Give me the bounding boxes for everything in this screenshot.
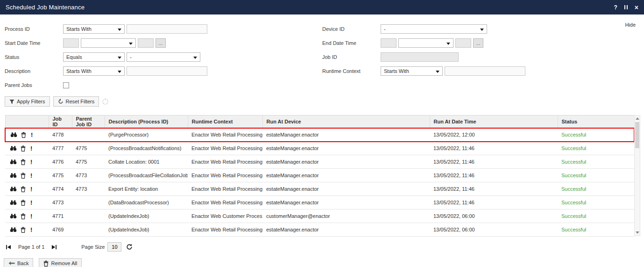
trash-icon — [43, 260, 49, 267]
delete-job-icon[interactable] — [19, 213, 27, 219]
error-log-icon[interactable]: ! — [28, 172, 34, 179]
parent-jobs-checkbox[interactable] — [63, 82, 69, 88]
refresh-button[interactable] — [126, 244, 133, 250]
job-id-input[interactable] — [381, 52, 459, 62]
help-icon[interactable]: ? — [614, 5, 617, 10]
error-log-icon[interactable]: ! — [28, 199, 34, 206]
reset-icon — [58, 99, 64, 104]
cell-run-at-date-time: 13/05/2022, 11:46 — [430, 142, 558, 155]
end-time-input[interactable] — [455, 38, 471, 48]
page-size-input[interactable] — [107, 242, 121, 252]
runtime-context-input[interactable] — [445, 66, 525, 76]
end-date-zone-select[interactable] — [398, 38, 453, 48]
col-status[interactable]: Status — [558, 115, 634, 128]
table-row[interactable]: ! 4774 4773 Export Entity: location Enac… — [5, 182, 634, 196]
cell-parent-job-id: 4775 — [72, 142, 105, 155]
chevron-down-icon — [118, 57, 121, 59]
first-page-button[interactable] — [6, 245, 12, 250]
view-job-icon[interactable] — [9, 145, 17, 151]
col-run-at-device[interactable]: Run At Device — [262, 115, 430, 128]
delete-job-icon[interactable] — [19, 132, 28, 138]
table-row[interactable]: ! 4771 (UpdateIndexJob) Enactor Web Cust… — [5, 209, 634, 223]
process-id-operator-select[interactable]: Starts With — [63, 24, 125, 34]
status-operator-select[interactable]: Equals — [63, 52, 125, 62]
scroll-down-arrow-icon[interactable] — [635, 230, 640, 236]
pause-icon[interactable] — [624, 5, 628, 9]
runtime-context-operator-select[interactable]: Starts With — [381, 66, 443, 76]
delete-job-icon[interactable] — [19, 145, 27, 152]
view-job-icon[interactable] — [9, 213, 17, 219]
error-log-icon[interactable]: ! — [28, 213, 34, 220]
start-date-picker-button[interactable]: ... — [156, 38, 166, 48]
col-run-at-date-time[interactable]: Run At Date Time — [430, 115, 558, 128]
cell-parent-job-id — [72, 128, 105, 142]
view-job-icon[interactable] — [9, 227, 17, 232]
col-parent-job-id[interactable]: Parent Job ID — [72, 115, 105, 128]
error-log-icon[interactable]: ! — [28, 145, 34, 152]
delete-job-icon[interactable] — [19, 227, 27, 233]
cell-status: Successful — [558, 169, 634, 182]
view-job-icon[interactable] — [9, 132, 18, 137]
vertical-scrollbar[interactable] — [634, 115, 640, 236]
delete-job-icon[interactable] — [19, 200, 27, 206]
start-date-input[interactable] — [63, 38, 79, 48]
pagination-bar: Page 1 of 1 Page Size — [6, 242, 639, 252]
hide-filters-link[interactable]: Hide — [625, 22, 636, 28]
device-id-label: Device ID — [322, 26, 381, 32]
col-job-id[interactable]: Job ID — [49, 115, 72, 128]
device-id-select[interactable]: - — [381, 24, 487, 34]
col-runtime-context[interactable]: Runtime Context — [188, 115, 262, 128]
view-job-icon[interactable] — [9, 186, 17, 192]
table-row[interactable]: ! 4778 (PurgeProcessor) Enactor Web Reta… — [5, 128, 634, 142]
end-date-picker-button[interactable]: ... — [473, 38, 483, 48]
delete-job-icon[interactable] — [19, 186, 27, 192]
row-actions-cell: ! — [5, 223, 49, 237]
process-id-input[interactable] — [127, 24, 207, 34]
table-row[interactable]: ! 4776 4775 Collate Location: 0001 Enact… — [5, 155, 634, 169]
cell-status: Successful — [558, 223, 634, 237]
page-size-label: Page Size — [81, 244, 105, 250]
scroll-up-arrow-icon[interactable] — [635, 115, 640, 122]
delete-job-icon[interactable] — [19, 173, 27, 179]
status-selected-value: - — [130, 54, 132, 60]
table-row[interactable]: ! 4775 4773 (ProcessBroadcastFileCollati… — [5, 169, 634, 182]
table-row[interactable]: ! 4777 4775 (ProcessBroadcastNotificatio… — [5, 142, 634, 155]
view-job-icon[interactable] — [9, 173, 17, 178]
delete-job-icon[interactable] — [19, 159, 27, 165]
start-time-input[interactable] — [138, 38, 154, 48]
table-header-row: Job ID Parent Job ID Description (Proces… — [5, 115, 634, 128]
col-description[interactable]: Description (Process ID) — [105, 115, 188, 128]
error-log-icon[interactable]: ! — [29, 131, 35, 138]
cell-run-at-date-time: 13/05/2022, 06:00 — [430, 209, 558, 223]
error-log-icon[interactable]: ! — [28, 186, 34, 193]
cell-parent-job-id: 4773 — [72, 182, 105, 196]
remove-all-button[interactable]: Remove All — [39, 258, 82, 267]
status-value-select[interactable]: - — [127, 52, 200, 62]
table-row[interactable]: ! 4773 (DataBroadcastProcessor) Enactor … — [5, 196, 634, 209]
end-date-input[interactable] — [381, 38, 396, 48]
cell-run-at-device: estateManager.enactor — [262, 223, 430, 237]
last-page-icon — [51, 245, 57, 250]
error-log-icon[interactable]: ! — [28, 159, 34, 166]
view-job-icon[interactable] — [9, 200, 17, 205]
view-job-icon[interactable] — [9, 159, 17, 165]
cell-runtime-context: Enactor Web Retail Processing — [188, 182, 262, 196]
table-row[interactable]: ! 4769 (UpdateIndexJob) Enactor Web Reta… — [5, 223, 634, 237]
row-actions-cell: ! — [5, 196, 49, 209]
error-log-icon[interactable]: ! — [28, 226, 34, 233]
description-input[interactable] — [127, 66, 207, 76]
scrollbar-thumb[interactable] — [635, 122, 639, 148]
cell-runtime-context: Enactor Web Retail Processing — [188, 142, 262, 155]
reset-filters-button[interactable]: Reset Filters — [53, 96, 99, 107]
device-id-value: - — [384, 26, 386, 32]
cell-parent-job-id: 4773 — [72, 169, 105, 182]
cell-run-at-device: estateManager.enactor — [262, 169, 430, 182]
back-button[interactable]: Back — [4, 258, 33, 267]
col-row-actions — [5, 115, 49, 128]
start-date-zone-select[interactable] — [81, 38, 136, 48]
close-icon[interactable]: × — [635, 4, 638, 11]
last-page-button[interactable] — [51, 245, 57, 250]
apply-filters-button[interactable]: Apply Filters — [5, 96, 50, 107]
chevron-down-icon — [118, 71, 121, 73]
description-operator-select[interactable]: Starts With — [63, 66, 125, 76]
